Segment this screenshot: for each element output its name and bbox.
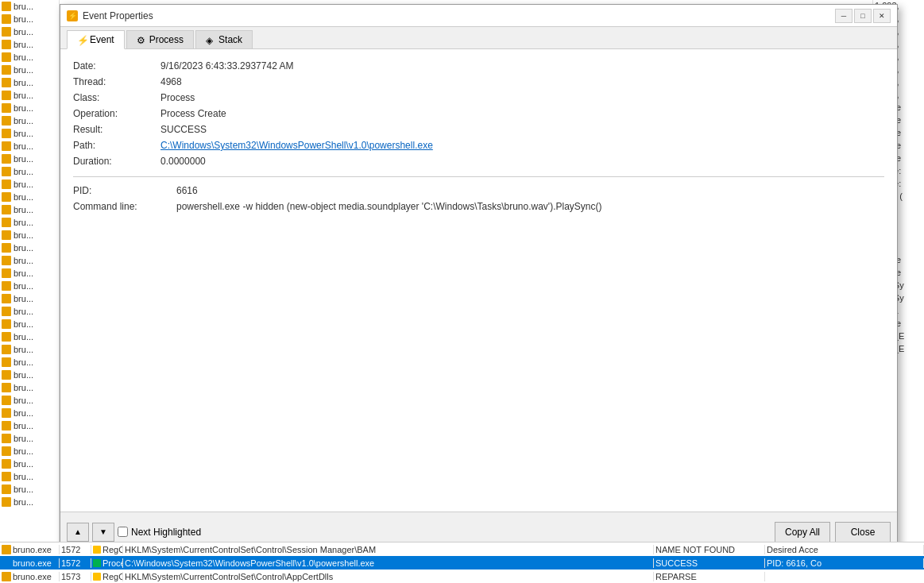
nav-down-button[interactable]: ▼ bbox=[92, 523, 114, 542]
event-tab-icon: ⚡ bbox=[77, 35, 87, 44]
process-cell: bruno.exe bbox=[0, 545, 60, 554]
list-item: bru... bbox=[0, 241, 59, 254]
path-cell: HKLM\System\CurrentControlSet\Control\Se… bbox=[123, 545, 654, 554]
list-item: bru... bbox=[0, 330, 59, 343]
path-cell: HKLM\System\CurrentControlSet\Control\Ap… bbox=[123, 572, 654, 581]
op-icon-cell: RegOpenKey bbox=[91, 572, 123, 581]
list-item: bru... bbox=[0, 318, 59, 330]
result-row: Result: SUCCESS bbox=[73, 122, 884, 138]
pid-cell: 1573 bbox=[60, 572, 91, 581]
process-icon bbox=[2, 256, 11, 265]
operation-row: Operation: Process Create bbox=[73, 106, 884, 122]
pid-cell-selected: 1572 bbox=[60, 558, 91, 568]
list-item: bru... bbox=[0, 419, 59, 432]
process-icon bbox=[2, 218, 11, 227]
next-highlighted-checkbox[interactable] bbox=[118, 527, 128, 537]
list-item: bru... bbox=[0, 483, 59, 496]
process-icon bbox=[2, 319, 11, 329]
result-cell: REPARSE bbox=[654, 572, 765, 581]
list-item: bru... bbox=[0, 203, 59, 216]
dialog-title-icon: ⚡ bbox=[67, 10, 78, 21]
process-icon bbox=[2, 383, 11, 392]
list-item: bru... bbox=[0, 407, 59, 419]
list-item: bru... bbox=[0, 102, 59, 114]
process-icon bbox=[2, 103, 11, 113]
process-icon bbox=[2, 434, 11, 443]
list-item: bru... bbox=[0, 394, 59, 407]
duration-row: Duration: 0.0000000 bbox=[73, 154, 884, 170]
process-icon bbox=[2, 370, 11, 380]
dialog-title: Event Properties bbox=[83, 10, 835, 21]
action-buttons: Copy All Close bbox=[775, 522, 891, 542]
list-item: bru... bbox=[0, 76, 59, 89]
list-item: bru... bbox=[0, 254, 59, 267]
list-item: bru... bbox=[0, 89, 59, 102]
process-icon bbox=[2, 268, 11, 278]
table-row[interactable]: bruno.exe 1572 RegOpenKey HKLM\System\Cu… bbox=[0, 542, 924, 556]
process-icon bbox=[2, 485, 11, 494]
process-icon bbox=[2, 180, 11, 189]
list-item: bru... bbox=[0, 432, 59, 445]
process-icon-selected bbox=[2, 558, 11, 568]
process-icon bbox=[2, 357, 11, 367]
tab-event[interactable]: ⚡ Event bbox=[67, 30, 125, 49]
process-icon bbox=[2, 2, 11, 11]
list-item: bru... bbox=[0, 25, 59, 38]
list-item: bru... bbox=[0, 216, 59, 229]
table-row[interactable]: bruno.exe 1573 RegOpenKey HKLM\System\Cu… bbox=[0, 569, 924, 583]
nav-buttons: ▲ ▼ Next Highlighted bbox=[67, 523, 201, 542]
process-icon bbox=[2, 154, 11, 164]
list-item: bru... bbox=[0, 458, 59, 470]
list-item: bru... bbox=[0, 140, 59, 153]
list-item: bru... bbox=[0, 229, 59, 241]
tab-bar: ⚡ Event ⚙ Process ◈ Stack bbox=[60, 27, 897, 49]
window-close-button[interactable]: ✕ bbox=[873, 9, 891, 23]
close-button[interactable]: Close bbox=[835, 522, 891, 542]
list-item: bru... bbox=[0, 13, 59, 25]
window-controls: ─ □ ✕ bbox=[835, 9, 891, 23]
process-icon bbox=[2, 91, 11, 100]
process-icon bbox=[2, 27, 11, 37]
process-icon bbox=[2, 421, 11, 430]
list-item: bru... bbox=[0, 292, 59, 305]
path-row: Path: C:\Windows\System32\WindowsPowerSh… bbox=[73, 138, 884, 154]
process-icon bbox=[2, 141, 11, 151]
detail-cell: Desired Acce bbox=[765, 545, 924, 554]
process-icon bbox=[2, 78, 11, 87]
copy-all-button[interactable]: Copy All bbox=[775, 522, 830, 542]
process-icon bbox=[2, 14, 11, 24]
list-item: bru... bbox=[0, 191, 59, 203]
process-icon bbox=[2, 408, 11, 418]
class-row: Class: Process bbox=[73, 91, 884, 106]
process-cell-selected: bruno.exe bbox=[0, 558, 60, 568]
list-item: bru... bbox=[0, 470, 59, 483]
tab-process[interactable]: ⚙ Process bbox=[126, 30, 194, 48]
process-icon bbox=[2, 307, 11, 316]
operation-icon bbox=[93, 573, 101, 581]
pid-row: PID: 6616 bbox=[73, 183, 884, 199]
divider bbox=[73, 176, 884, 177]
process-icon bbox=[2, 472, 11, 481]
process-icon bbox=[2, 192, 11, 202]
list-item: bru... bbox=[0, 38, 59, 51]
list-item: bru... bbox=[0, 51, 59, 64]
dialog-titlebar: ⚡ Event Properties ─ □ ✕ bbox=[60, 5, 897, 27]
cmdline-row: Command line: powershell.exe -w hidden (… bbox=[73, 199, 884, 215]
maximize-button[interactable]: □ bbox=[854, 9, 872, 23]
process-icon bbox=[2, 459, 11, 469]
table-row-selected[interactable]: bruno.exe 1572 Process Create C:\Windows… bbox=[0, 556, 924, 569]
process-icon bbox=[2, 230, 11, 240]
minimize-button[interactable]: ─ bbox=[835, 9, 852, 23]
list-item: bru... bbox=[0, 369, 59, 381]
tab-stack[interactable]: ◈ Stack bbox=[195, 30, 253, 48]
nav-up-button[interactable]: ▲ bbox=[67, 523, 89, 542]
process-cell: bruno.exe bbox=[0, 572, 60, 581]
list-item: bru... bbox=[0, 127, 59, 140]
process-icon bbox=[2, 545, 11, 554]
thread-row: Thread: 4968 bbox=[73, 75, 884, 91]
process-icon bbox=[2, 294, 11, 303]
list-item: bru... bbox=[0, 445, 59, 458]
next-highlighted-label[interactable]: Next Highlighted bbox=[118, 527, 201, 538]
operation-icon-selected bbox=[93, 559, 101, 567]
list-item: bru... bbox=[0, 496, 59, 508]
